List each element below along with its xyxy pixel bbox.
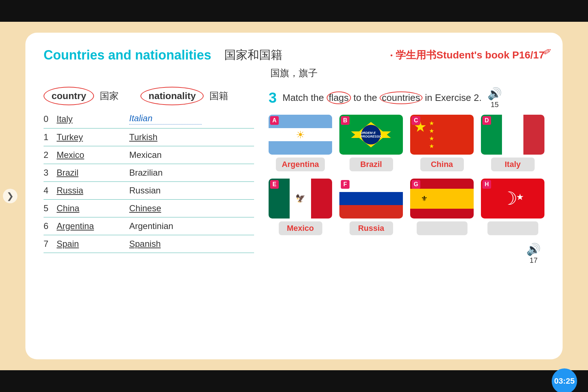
flag-label-turkey[interactable] [487, 221, 538, 235]
flag-box-mexico: E 🦅 [269, 179, 332, 219]
flag-label: 国旗，旗子 [44, 67, 544, 79]
flag-label-italy: Italy [491, 158, 535, 171]
table-row: 5 China Chinese [44, 200, 254, 217]
flag-item-spain: G ⚜ [410, 179, 474, 235]
flag-item-brazil: B ORDEM E PROGRESSO Brazil [339, 115, 403, 171]
sound-icon-15: 🔊 [487, 87, 502, 101]
flag-box-brazil: B ORDEM E PROGRESSO [339, 115, 403, 155]
table-row: 0 Italy Italian [44, 110, 254, 128]
timer-text: 03:25 [554, 376, 575, 386]
flag-label-argentina: Argentina [276, 158, 325, 171]
top-bar [0, 0, 588, 22]
slide-book-ref: 学生用书Student's book P16/17 [396, 48, 544, 62]
flags-row-2: E 🦅 Mexico F [269, 179, 544, 235]
flag-label-china: China [420, 158, 464, 171]
sound-17-block: 🔊 17 [269, 242, 544, 265]
exercise-header: 3 Match the flags to the countries in Ex… [269, 87, 544, 109]
flag-box-russia: F [339, 179, 403, 219]
table-row: 7 Spain Spanish [44, 235, 254, 253]
sound-number-17: 17 [530, 256, 538, 265]
flag-box-argentina: A ☀ [269, 115, 332, 155]
timer-badge[interactable]: 03:25 [552, 368, 577, 392]
flag-box-china: C ★ ★ ★ ★ ★ [410, 115, 474, 155]
flag-item-argentina: A ☀ Argentina [269, 115, 332, 171]
flag-box-turkey: H ☽ ★ [481, 179, 544, 219]
sound-number-15: 15 [491, 101, 499, 109]
flag-label-russia: Russia [350, 221, 393, 235]
left-table: country 国家 nationality 国籍 0 Italy Italia… [44, 87, 254, 265]
flag-label-mexico: Mexico [279, 221, 322, 235]
flag-box-italy: D [481, 115, 544, 155]
header-country: country [44, 87, 94, 105]
header-nationality: nationality [140, 87, 204, 105]
flag-item-mexico: E 🦅 Mexico [269, 179, 332, 235]
table-row: 2 Mexico Mexican [44, 146, 254, 164]
nav-next-arrow[interactable]: ❯ [3, 189, 17, 203]
flag-label-brazil: Brazil [350, 158, 393, 171]
sound-button-15[interactable]: 🔊 15 [487, 87, 502, 109]
header-guoji: 国籍 [209, 90, 228, 102]
table-row: 6 Argentina Argentinian [44, 217, 254, 235]
table-row: 3 Brazil Brazilian [44, 164, 254, 182]
slide-header: Countries and nationalities 国家和国籍 ● 学生用书… [44, 47, 544, 63]
flag-label-spain[interactable] [417, 221, 467, 235]
slide-title-chinese: 国家和国籍 [224, 47, 282, 63]
right-section: 3 Match the flags to the countries in Ex… [269, 87, 544, 265]
flags-row-1: A ☀ Argentina B [269, 115, 544, 171]
flag-item-turkey: H ☽ ★ [481, 179, 544, 235]
sound-button-17[interactable]: 🔊 17 [526, 242, 541, 265]
table-headers: country 国家 nationality 国籍 [44, 87, 254, 105]
table-row: 4 Russia Russian [44, 182, 254, 200]
sound-icon-17: 🔊 [526, 242, 541, 256]
flag-item-china: C ★ ★ ★ ★ ★ China [410, 115, 474, 171]
table-row: 1 Turkey Turkish [44, 128, 254, 146]
exercise-text: Match the flags to the countries in Exer… [282, 91, 482, 104]
slide-title: Countries and nationalities [44, 48, 211, 63]
flag-box-spain: G ⚜ [410, 179, 474, 219]
header-guojia: 国家 [100, 90, 119, 102]
main-area: ❯ ✏ Countries and nationalities 国家和国籍 ● … [0, 22, 588, 370]
content-area: country 国家 nationality 国籍 0 Italy Italia… [44, 87, 544, 265]
exercise-number: 3 [269, 90, 277, 106]
flag-item-italy: D Italy [481, 115, 544, 171]
flag-item-russia: F Russia [339, 179, 403, 235]
bottom-bar: 03:25 [0, 370, 588, 392]
slide: ✏ Countries and nationalities 国家和国籍 ● 学生… [25, 33, 563, 359]
